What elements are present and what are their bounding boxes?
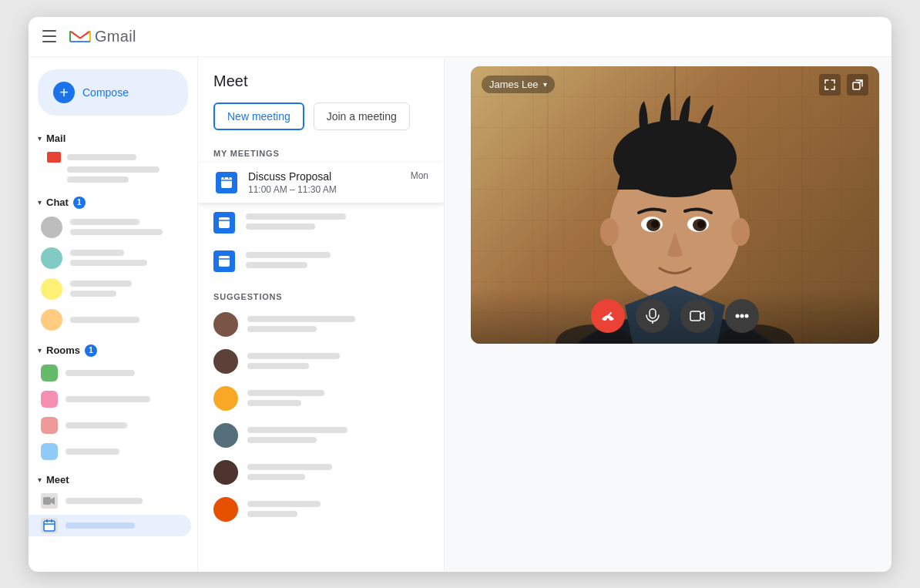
mail-section-header[interactable]: ▾ Mail bbox=[29, 128, 197, 149]
meet-item-calendar[interactable] bbox=[29, 515, 191, 536]
more-options-button[interactable] bbox=[725, 299, 759, 333]
room-icon-4 bbox=[41, 443, 58, 460]
svg-rect-10 bbox=[219, 217, 230, 228]
suggestion-lines-5 bbox=[247, 464, 428, 480]
suggestion-lines-2 bbox=[247, 353, 428, 369]
suggestion-avatar-6 bbox=[213, 497, 238, 522]
meeting-row-3[interactable] bbox=[198, 241, 444, 280]
suggestion-2[interactable] bbox=[198, 343, 444, 380]
suggestions-label: SUGGESTIONS bbox=[198, 286, 444, 306]
room-icon-3 bbox=[41, 417, 58, 434]
video-controls bbox=[471, 288, 879, 344]
video-name-chevron-icon: ▾ bbox=[543, 80, 547, 89]
sug-skel-3a bbox=[247, 390, 324, 396]
svg-point-39 bbox=[745, 314, 749, 318]
mute-button[interactable] bbox=[636, 299, 670, 333]
suggestion-lines-4 bbox=[247, 427, 428, 443]
video-open-icon[interactable] bbox=[847, 74, 868, 96]
svg-rect-12 bbox=[219, 256, 230, 267]
meet-buttons-row: New meeting Join a meeting bbox=[198, 102, 444, 143]
sug-skel-5b bbox=[247, 474, 305, 480]
meet-cal-icon bbox=[41, 518, 58, 533]
new-meeting-button[interactable]: New meeting bbox=[213, 102, 304, 130]
room-skel-1 bbox=[65, 370, 135, 376]
chat-lines-3 bbox=[70, 281, 188, 297]
suggestion-4[interactable] bbox=[198, 417, 444, 454]
chat-lines-1 bbox=[70, 219, 188, 235]
chat-item-2[interactable] bbox=[29, 244, 197, 272]
video-expand-icon[interactable] bbox=[819, 74, 841, 96]
room-icon-2 bbox=[41, 391, 58, 408]
chat-section-header[interactable]: ▾ Chat 1 bbox=[29, 192, 197, 213]
mail-item-1 bbox=[29, 149, 197, 186]
gmail-m-icon bbox=[69, 28, 92, 45]
compose-plus-icon: + bbox=[53, 82, 75, 103]
room-lines-1 bbox=[65, 370, 188, 376]
main-content: + Compose ▾ Mail ▾ Chat 1 bbox=[29, 57, 891, 572]
room-lines-4 bbox=[65, 449, 188, 455]
meeting-card-1[interactable]: Discuss Proposal 11:00 AM – 11:30 AM Mon bbox=[198, 163, 444, 203]
join-meeting-button[interactable]: Join a meeting bbox=[314, 102, 410, 130]
suggestion-lines-3 bbox=[247, 390, 428, 406]
meet-section-header[interactable]: ▾ Meet bbox=[29, 469, 197, 490]
suggestion-5[interactable] bbox=[198, 454, 444, 491]
sug-skel-2b bbox=[247, 363, 309, 369]
chat-badge: 1 bbox=[73, 197, 86, 209]
camera-button[interactable] bbox=[680, 299, 714, 333]
room-lines-3 bbox=[65, 422, 188, 428]
video-topbar: James Lee ▾ bbox=[471, 66, 879, 103]
meet-arrow-icon: ▾ bbox=[38, 475, 42, 484]
suggestion-lines-6 bbox=[247, 501, 428, 517]
video-panel: James Lee ▾ bbox=[445, 57, 891, 572]
rooms-section-header[interactable]: ▾ Rooms 1 bbox=[29, 340, 197, 361]
suggestion-6[interactable] bbox=[198, 491, 444, 528]
menu-icon[interactable] bbox=[42, 28, 59, 45]
video-person-name-badge[interactable]: James Lee ▾ bbox=[482, 76, 555, 93]
chat-item-4[interactable] bbox=[29, 306, 197, 334]
sug-skel-6b bbox=[247, 511, 297, 517]
meeting-skel-3b bbox=[246, 262, 307, 268]
sug-skel-3b bbox=[247, 400, 301, 406]
app-title: Gmail bbox=[95, 28, 136, 45]
chat-skel-2a bbox=[70, 250, 124, 256]
room-skel-4 bbox=[65, 449, 119, 455]
svg-point-37 bbox=[736, 314, 740, 318]
room-item-4[interactable] bbox=[29, 440, 197, 463]
mail-box-icon bbox=[47, 152, 61, 163]
chat-avatar-2 bbox=[41, 247, 62, 269]
meeting-cal-icon-3 bbox=[213, 250, 235, 272]
sug-skel-4a bbox=[247, 427, 348, 433]
compose-button[interactable]: + Compose bbox=[38, 69, 188, 116]
sug-skel-2a bbox=[247, 353, 340, 359]
chat-skel-3a bbox=[70, 281, 132, 287]
suggestion-3[interactable] bbox=[198, 380, 444, 417]
sug-skel-1a bbox=[247, 316, 355, 322]
meeting-skel-2a bbox=[246, 213, 346, 220]
meeting-day-1: Mon bbox=[411, 170, 428, 181]
room-item-1[interactable] bbox=[29, 361, 197, 385]
video-top-icons bbox=[819, 74, 868, 96]
suggestion-avatar-5 bbox=[213, 460, 238, 485]
svg-rect-6 bbox=[221, 177, 232, 188]
video-card: James Lee ▾ bbox=[471, 66, 879, 344]
chat-avatar-1 bbox=[41, 217, 62, 238]
rooms-section-title: Rooms bbox=[46, 344, 80, 356]
room-skel-2 bbox=[65, 396, 150, 402]
suggestion-lines-1 bbox=[247, 316, 428, 332]
room-item-2[interactable] bbox=[29, 388, 197, 411]
chat-skel-1b bbox=[70, 229, 163, 235]
room-item-3[interactable] bbox=[29, 414, 197, 437]
chat-skel-3b bbox=[70, 291, 116, 297]
meeting-row-2-lines bbox=[246, 213, 428, 230]
chat-avatar-3 bbox=[41, 278, 62, 300]
meet-item-new[interactable] bbox=[29, 490, 197, 512]
chat-item-1[interactable] bbox=[29, 213, 197, 241]
chat-item-3[interactable] bbox=[29, 275, 197, 303]
gmail-logo: Gmail bbox=[69, 28, 136, 45]
meet-section-title: Meet bbox=[46, 474, 69, 486]
mail-arrow-icon: ▾ bbox=[38, 134, 42, 143]
end-call-button[interactable] bbox=[591, 299, 625, 333]
suggestion-1[interactable] bbox=[198, 306, 444, 343]
meeting-row-2[interactable] bbox=[198, 203, 444, 241]
chat-lines-2 bbox=[70, 250, 188, 266]
